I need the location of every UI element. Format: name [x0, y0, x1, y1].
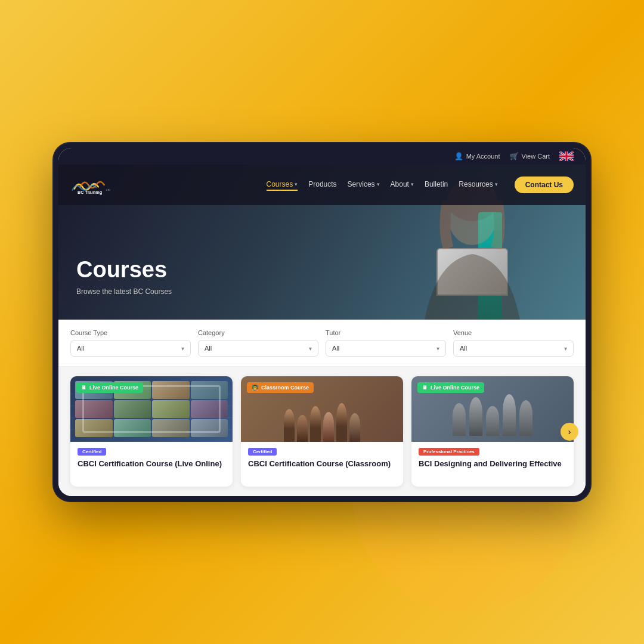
filter-venue: Venue All ▾ — [453, 329, 574, 357]
uk-flag-icon — [559, 151, 574, 161]
nav-links: Courses ▾ Products Services ▾ About ▾ — [267, 177, 574, 193]
venue-value: All — [460, 345, 467, 352]
filter-category: Category All ▾ — [198, 329, 318, 357]
course-type-chevron-icon: ▾ — [181, 345, 184, 352]
services-chevron-icon: ▾ — [377, 181, 380, 187]
nav-link-bulletin[interactable]: Bulletin — [425, 179, 448, 191]
my-account-link[interactable]: 👤 My Account — [454, 152, 500, 160]
category-value: All — [205, 345, 212, 352]
bc-training-logo: BC Training LTD — [70, 173, 118, 197]
tutor-value: All — [332, 345, 339, 352]
meeting-person — [453, 403, 466, 436]
category-chevron-icon: ▾ — [309, 345, 312, 352]
venue-chevron-icon: ▾ — [564, 345, 567, 352]
venue-select[interactable]: All ▾ — [453, 340, 574, 357]
card-1-image: 🖥 Live Online Course — [70, 376, 233, 442]
filter-tutor: Tutor All ▾ — [326, 329, 446, 357]
view-cart-label: View Cart — [522, 153, 550, 160]
category-label: Category — [198, 329, 318, 336]
courses-grid: 🖥 Live Online Course Certified CBCI Cert… — [58, 367, 586, 496]
card-2-body: Certified CBCI Certification Course (Cla… — [241, 442, 403, 475]
device-frame: 👤 My Account 🛒 View Cart — [54, 143, 590, 501]
course-type-value: All — [77, 345, 84, 352]
tutor-chevron-icon: ▾ — [436, 345, 439, 352]
nav-link-services[interactable]: Services ▾ — [348, 179, 380, 191]
view-cart-link[interactable]: 🛒 View Cart — [510, 152, 550, 160]
monitor-icon: 🖥 — [81, 385, 86, 391]
meeting-person — [486, 406, 499, 436]
card-2-tag: Certified — [248, 448, 277, 456]
device-screen: 👤 My Account 🛒 View Cart — [58, 148, 586, 496]
hero-title: Courses — [76, 258, 172, 283]
logo[interactable]: BC Training LTD — [70, 173, 118, 197]
card-1-title: CBCI Certification Course (Live Online) — [78, 459, 225, 469]
meeting-person — [469, 397, 482, 436]
tutor-label: Tutor — [326, 329, 446, 336]
card-1-badge-label: Live Online Course — [89, 385, 138, 391]
person-sil — [284, 409, 295, 442]
course-card-1[interactable]: 🖥 Live Online Course Certified CBCI Cert… — [70, 376, 233, 487]
card-3-badge-label: Live Online Course — [431, 385, 479, 391]
card-3-badge: 🖥 Live Online Course — [417, 382, 484, 393]
card-2-badge-label: Classroom Course — [261, 385, 309, 391]
card-2-image: 👨‍🏫 Classroom Course — [241, 376, 403, 442]
filter-course-type: Course Type All ▾ — [70, 329, 191, 357]
card-1-body: Certified CBCI Certification Course (Liv… — [70, 442, 233, 475]
courses-chevron-icon: ▾ — [295, 181, 298, 187]
person-sil — [349, 413, 360, 442]
card-2-badge: 👨‍🏫 Classroom Course — [247, 382, 314, 393]
meeting-person — [503, 394, 516, 436]
card-3-title: BCI Designing and Delivering Effective — [419, 459, 566, 469]
scroll-right-button[interactable]: › — [561, 423, 578, 441]
tutor-select[interactable]: All ▾ — [326, 340, 446, 357]
hero-subtitle: Browse the latest BC Courses — [76, 287, 172, 296]
card-1-badge: 🖥 Live Online Course — [76, 382, 143, 393]
venue-label: Venue — [453, 329, 574, 336]
person-sil — [336, 403, 347, 442]
course-card-3[interactable]: 🖥 Live Online Course Professional Practi… — [411, 376, 574, 487]
nav-link-about[interactable]: About ▾ — [391, 179, 414, 191]
contact-button[interactable]: Contact Us — [515, 177, 574, 193]
meeting-person — [519, 400, 532, 436]
classroom-silhouettes — [241, 396, 403, 442]
filter-bar: Course Type All ▾ Category All ▾ Tutor A… — [58, 320, 586, 367]
top-utility-bar: 👤 My Account 🛒 View Cart — [58, 148, 586, 165]
nav-link-products[interactable]: Products — [308, 179, 336, 191]
card-3-body: Professional Practices BCI Designing and… — [411, 442, 574, 475]
course-card-2[interactable]: 👨‍🏫 Classroom Course Certified CBCI Cert… — [241, 376, 403, 487]
classroom-icon: 👨‍🏫 — [252, 385, 258, 391]
card-2-title: CBCI Certification Course (Classroom) — [248, 459, 396, 469]
navbar: BC Training LTD Courses ▾ Products Servi… — [58, 165, 586, 205]
card-3-tag: Professional Practices — [419, 448, 479, 456]
course-type-label: Course Type — [70, 329, 191, 336]
category-select[interactable]: All ▾ — [198, 340, 318, 357]
monitor-icon: 🖥 — [422, 385, 428, 391]
hero-text-block: Courses Browse the latest BC Courses — [76, 258, 172, 296]
resources-chevron-icon: ▾ — [495, 181, 498, 187]
cart-icon: 🛒 — [510, 152, 519, 160]
my-account-label: My Account — [466, 153, 500, 160]
hero-section: BC Training LTD Courses ▾ Products Servi… — [58, 165, 586, 320]
svg-text:LTD: LTD — [106, 188, 110, 191]
about-chevron-icon: ▾ — [411, 181, 414, 187]
nav-link-resources[interactable]: Resources ▾ — [459, 179, 497, 191]
card-3-image: 🖥 Live Online Course — [411, 376, 574, 442]
language-selector[interactable] — [559, 151, 574, 161]
person-sil — [310, 406, 321, 442]
nav-link-courses[interactable]: Courses ▾ — [267, 179, 298, 191]
person-sil — [323, 412, 334, 442]
user-icon: 👤 — [454, 152, 463, 160]
person-sil — [297, 415, 308, 442]
svg-text:BC Training: BC Training — [78, 190, 102, 195]
card-1-tag: Certified — [78, 448, 106, 456]
course-type-select[interactable]: All ▾ — [70, 340, 191, 357]
